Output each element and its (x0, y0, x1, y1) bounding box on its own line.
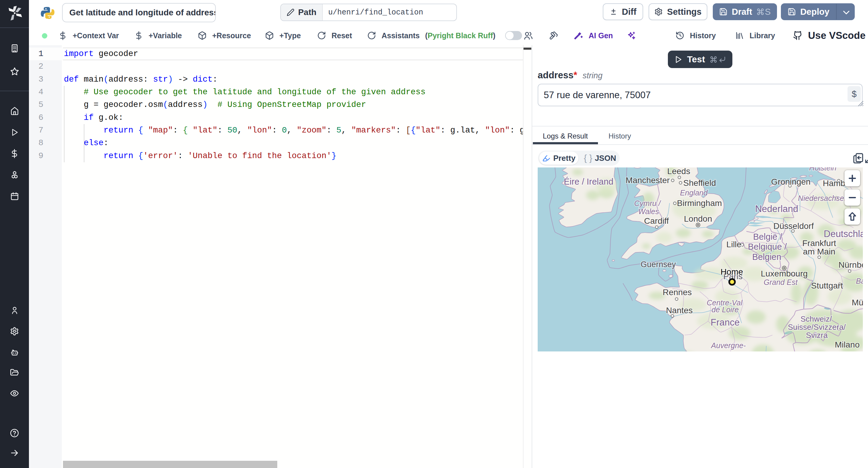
svg-text:Bay: Bay (856, 277, 863, 285)
svg-text:Lille: Lille (726, 240, 741, 249)
svg-text:France: France (711, 317, 740, 328)
svg-text:Rennes: Rennes (663, 288, 692, 297)
svg-text:Groningen: Groningen (771, 177, 811, 187)
svg-text:London: London (684, 214, 712, 224)
svg-text:Suisse/Svizzera/: Suisse/Svizzera/ (788, 323, 846, 332)
svg-text:België /: België / (753, 232, 783, 241)
svg-text:Frankfurt: Frankfurt (802, 238, 836, 248)
svg-text:Münch: Münch (852, 298, 863, 307)
svg-text:Holstein: Holstein (809, 167, 836, 172)
svg-text:Düsseldorf: Düsseldorf (773, 221, 814, 231)
svg-text:Grand Est: Grand Est (764, 278, 798, 287)
svg-text:Cymru /: Cymru / (634, 199, 661, 207)
svg-text:Birmingham: Birmingham (677, 198, 722, 208)
svg-text:Luxembourg: Luxembourg (761, 269, 808, 278)
svg-text:am Main: am Main (803, 247, 835, 256)
svg-text:Leeds: Leeds (667, 167, 690, 176)
svg-text:Nederland: Nederland (755, 204, 798, 214)
svg-text:Éire / Ireland: Éire / Ireland (564, 177, 613, 187)
svg-text:Sheffield: Sheffield (683, 178, 716, 188)
svg-text:Belgique /: Belgique / (748, 242, 787, 252)
svg-text:de Loire: de Loire (712, 305, 739, 314)
svg-text:Home: Home (721, 267, 743, 276)
svg-text:Deutschlan: Deutschlan (824, 229, 863, 239)
svg-text:Stuttgart: Stuttgart (811, 281, 843, 290)
svg-text:Guernsey: Guernsey (641, 260, 676, 269)
svg-text:Nantes: Nantes (666, 306, 693, 315)
svg-text:Svizra: Svizra (806, 331, 828, 340)
svg-text:Belgien: Belgien (752, 252, 781, 262)
svg-text:England: England (680, 189, 708, 197)
svg-text:Schweiz/: Schweiz/ (801, 314, 832, 324)
svg-text:Auvergne-: Auvergne- (710, 341, 746, 349)
svg-text:Niedersachsen: Niedersachsen (798, 194, 848, 202)
svg-text:Wales: Wales (638, 207, 659, 215)
svg-text:Milano: Milano (835, 340, 860, 349)
svg-text:Manchester: Manchester (626, 175, 670, 185)
svg-text:Nürnberg: Nürnberg (838, 260, 863, 270)
svg-text:Cardiff: Cardiff (644, 216, 669, 226)
